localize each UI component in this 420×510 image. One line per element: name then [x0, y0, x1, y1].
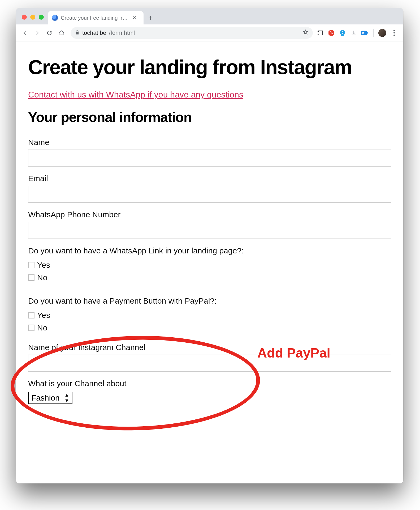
name-input[interactable] — [28, 150, 391, 167]
field-instagram-channel: Name of your Instagram Channel — [28, 343, 391, 372]
adblock-extension-icon[interactable] — [328, 29, 335, 37]
close-window-button[interactable] — [22, 15, 27, 20]
svg-rect-7 — [361, 31, 367, 35]
page-content: Create your landing from Instagram Conta… — [16, 41, 403, 483]
blue-badge-extension-icon[interactable]: 0 — [339, 29, 346, 37]
address-bar[interactable]: tochat.be/form.html — [71, 27, 313, 39]
download-extension-icon[interactable] — [350, 29, 357, 37]
browser-menu-button[interactable] — [390, 30, 398, 36]
field-channel-about: What is your Channel about Fashion ▲▼ — [28, 379, 391, 404]
page-title: Create your landing from Instagram — [28, 56, 391, 78]
field-name: Name — [28, 138, 391, 167]
checkbox-icon[interactable] — [28, 325, 34, 331]
option-yes-label: Yes — [37, 309, 50, 322]
bookmark-star-icon[interactable] — [303, 29, 309, 37]
tab-strip: Create your free landing from Ins ✕ ＋ — [16, 8, 403, 24]
svg-rect-9 — [362, 32, 364, 33]
browser-tab[interactable]: Create your free landing from Ins ✕ — [48, 11, 144, 24]
email-label: Email — [28, 174, 391, 183]
channel-about-label: What is your Channel about — [28, 379, 391, 388]
profile-avatar[interactable] — [378, 29, 386, 37]
window-controls — [20, 15, 46, 24]
field-email: Email — [28, 174, 391, 203]
option-no-label: No — [37, 271, 47, 284]
crop-extension-icon[interactable] — [317, 29, 324, 37]
instagram-channel-label: Name of your Instagram Channel — [28, 343, 391, 352]
svg-marker-1 — [328, 30, 334, 36]
channel-about-select[interactable]: Fashion ▲▼ — [28, 392, 72, 404]
back-button[interactable] — [20, 28, 30, 38]
field-phone: WhatsApp Phone Number — [28, 210, 391, 239]
svg-point-3 — [332, 33, 333, 34]
url-host: tochat.be — [82, 29, 106, 36]
instagram-channel-input[interactable] — [28, 355, 391, 372]
browser-toolbar: tochat.be/form.html 0 — [16, 24, 403, 41]
channel-about-value: Fashion — [31, 393, 60, 402]
question-whatsapp-link: Do you want to have a WhatsApp Link in y… — [28, 246, 391, 255]
blue-tag-extension-icon[interactable] — [361, 29, 369, 37]
name-label: Name — [28, 138, 391, 147]
svg-rect-0 — [318, 31, 322, 35]
reload-button[interactable] — [44, 28, 55, 38]
svg-rect-6 — [341, 35, 344, 36]
url-path: /form.html — [109, 29, 135, 36]
svg-marker-8 — [367, 32, 368, 34]
maximize-window-button[interactable] — [39, 15, 44, 20]
tab-close-icon[interactable]: ✕ — [132, 15, 136, 21]
option-yes-label: Yes — [37, 259, 50, 271]
forward-button[interactable] — [32, 28, 42, 38]
phone-input[interactable] — [28, 222, 391, 239]
section-personal-info: Your personal information — [28, 109, 391, 125]
tab-title: Create your free landing from Ins — [61, 15, 130, 21]
checkbox-icon[interactable] — [28, 274, 34, 281]
new-tab-button[interactable]: ＋ — [145, 12, 156, 23]
minimize-window-button[interactable] — [30, 15, 35, 20]
chevron-up-down-icon: ▲▼ — [64, 392, 69, 403]
svg-rect-10 — [362, 33, 364, 33]
whatsapp-link-no[interactable]: No — [28, 271, 391, 284]
contact-whatsapp-link[interactable]: Contact with us with WhatsApp if you hav… — [28, 90, 243, 100]
toolbar-separator — [373, 29, 374, 37]
whatsapp-link-yes[interactable]: Yes — [28, 259, 391, 271]
option-no-label: No — [37, 322, 47, 334]
paypal-button-no[interactable]: No — [28, 322, 391, 334]
phone-label: WhatsApp Phone Number — [28, 210, 391, 219]
checkbox-icon[interactable] — [28, 312, 34, 318]
svg-text:0: 0 — [342, 31, 344, 35]
paypal-button-yes[interactable]: Yes — [28, 309, 391, 322]
email-input[interactable] — [28, 186, 391, 203]
question-paypal-button: Do you want to have a Payment Button wit… — [28, 296, 391, 305]
home-button[interactable] — [56, 28, 67, 38]
tab-favicon-icon — [52, 15, 58, 21]
browser-window: Create your free landing from Ins ✕ ＋ — [16, 8, 403, 483]
lock-icon — [75, 29, 80, 36]
extension-icons: 0 — [317, 29, 400, 37]
checkbox-icon[interactable] — [28, 262, 34, 268]
